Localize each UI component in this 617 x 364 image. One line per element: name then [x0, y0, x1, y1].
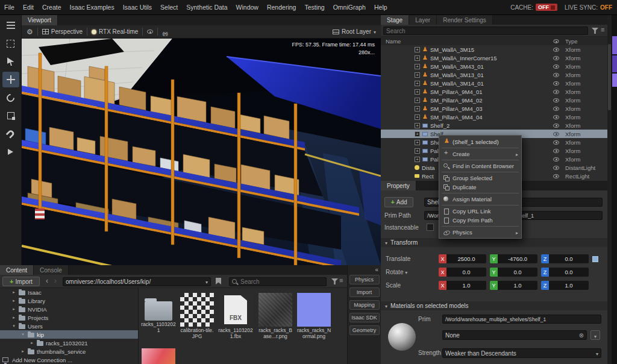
stage-tab-render-settings[interactable]: Render Settings [437, 15, 493, 25]
link-toggle[interactable] [592, 256, 598, 262]
renderer-selector[interactable]: RTX Real-time [92, 28, 138, 35]
content-tree-item-isaac[interactable]: ▸Isaac [0, 288, 138, 297]
instanceable-checkbox[interactable] [427, 224, 434, 231]
context-menu-item-duplicate[interactable]: Duplicate [439, 183, 521, 192]
side-tab-mapping[interactable]: Mapping [349, 300, 380, 310]
menu-testing[interactable]: Testing [300, 0, 328, 14]
menu-select[interactable]: Select [156, 0, 182, 14]
rotate-x-field[interactable]: 0.0 [446, 268, 486, 277]
expand-icon[interactable] [415, 55, 420, 61]
content-tree-item-racks-11032021[interactable]: ▸racks_11032021 [0, 339, 138, 347]
rotate-tool-button[interactable] [2, 90, 19, 105]
visibility-toggle[interactable] [553, 46, 559, 53]
expand-icon[interactable] [415, 72, 420, 78]
path-breadcrumb[interactable]: omniverse://localhost/Users/kip/ [63, 277, 211, 286]
translate-x-field[interactable]: 2500.0 [446, 254, 486, 263]
context-menu-item-physics[interactable]: Physics [439, 228, 521, 237]
stage-row[interactable]: ♟SM_WallA_InnerCorner15Xform [381, 54, 607, 62]
visibility-toggle[interactable] [553, 165, 559, 171]
content-tree-item-library[interactable]: ▸Library [0, 297, 138, 305]
camera-selector[interactable]: Perspective [42, 28, 83, 35]
translate-y-field[interactable]: -4760.0 [498, 254, 537, 263]
content-tab-console[interactable]: Console [34, 265, 69, 275]
context-menu-item-group-selected[interactable]: Group Selected [439, 174, 521, 183]
expand-icon[interactable] [415, 47, 420, 52]
visibility-toggle[interactable] [553, 122, 559, 129]
expand-icon[interactable] [415, 157, 420, 162]
menu-edit[interactable]: Edit [19, 0, 38, 14]
visibility-toggle[interactable] [553, 80, 559, 87]
stage-search-input[interactable] [383, 27, 588, 35]
menu-synthetic-data[interactable]: Synthetic Data [182, 0, 231, 14]
visibility-toggle[interactable] [553, 97, 559, 104]
bookmark-icon[interactable] [216, 278, 221, 284]
content-file-item[interactable]: calibration-tile.JPG [180, 293, 215, 340]
expand-icon[interactable] [415, 89, 420, 95]
options-icon[interactable]: ≡ [601, 27, 604, 33]
select-region-tool-button[interactable] [2, 36, 19, 51]
scale-x-field[interactable]: 1.0 [446, 281, 486, 290]
visibility-eye-icon[interactable] [147, 30, 153, 34]
column-name[interactable]: Name [386, 38, 401, 45]
menu-isaac-examples[interactable]: Isaac Examples [66, 0, 119, 14]
content-tree-item-nvidia[interactable]: ▸NVIDIA [0, 305, 138, 313]
expand-icon[interactable] [415, 123, 420, 128]
rotate-z-field[interactable]: 0.0 [549, 268, 589, 277]
expand-icon[interactable] [415, 131, 420, 137]
side-tab-geometry[interactable]: Geometry [349, 325, 380, 335]
content-tree-item-projects[interactable]: ▸Projects [0, 313, 138, 322]
filter-icon[interactable] [331, 278, 338, 284]
caret-right-icon[interactable]: ▸ [11, 307, 16, 312]
caret-right-icon[interactable]: ▸ [20, 349, 25, 354]
stage-row[interactable]: ♟SM_PillarA_9M4_02Xform [381, 96, 607, 104]
side-tab-import[interactable]: Import [349, 287, 380, 297]
scrollbar-thumb[interactable] [608, 44, 611, 110]
visibility-toggle[interactable] [553, 72, 559, 78]
pointer-tool-button[interactable] [2, 54, 19, 69]
context-menu-item-find-in-content-browser[interactable]: Find in Content Browser [439, 162, 521, 171]
import-button[interactable]: Import [2, 277, 40, 286]
root-layer-selector[interactable]: Root Layer [333, 28, 376, 35]
content-tree-item-users[interactable]: ▾Users [0, 322, 138, 330]
viewport-3d-scene[interactable]: FPS: 57.35. Frame time: 17.44 ms 280x... [22, 39, 381, 265]
expand-icon[interactable] [415, 98, 420, 103]
content-file-item[interactable]: racks_racks_Base...r.png [258, 293, 293, 340]
context-menu-item-assign-material[interactable]: Assign Material [439, 195, 521, 204]
add-property-button[interactable]: Add [384, 197, 413, 207]
scale-tool-button[interactable] [2, 108, 19, 124]
stage-row[interactable]: ♟SM_PillarA_9M4_04Xform [381, 113, 607, 121]
menu-window[interactable]: Window [232, 0, 263, 14]
content-search-field[interactable]: Search [229, 277, 327, 286]
snap-tool-button[interactable] [2, 126, 19, 142]
stage-row[interactable]: ♟SM_PillarA_9M4_03Xform [381, 104, 607, 113]
caret-right-icon[interactable]: ▸ [11, 315, 16, 320]
context-menu-item-copy-url-link[interactable]: Copy URL Link [439, 207, 521, 216]
move-tool-button[interactable] [2, 72, 19, 87]
visibility-toggle[interactable] [553, 131, 559, 137]
visibility-toggle[interactable] [553, 156, 559, 163]
view-options-icon[interactable]: ≡ [339, 277, 343, 284]
content-tree-item-add-new-connection-[interactable]: Add New Connection ... [0, 356, 138, 364]
stage-tab-stage[interactable]: Stage [381, 15, 409, 25]
visibility-toggle[interactable] [553, 63, 559, 70]
stage-row[interactable]: ♟SM_WallA_3M43_01Xform [381, 62, 607, 71]
content-tab-content[interactable]: Content [0, 265, 34, 275]
stage-row[interactable]: ♟SM_WallA_3M13_01Xform [381, 71, 607, 79]
caret-right-icon[interactable]: ▸ [30, 340, 34, 345]
menu-isaac-utils[interactable]: Isaac Utils [119, 0, 156, 14]
cache-toggle[interactable]: OFF [536, 4, 557, 11]
rotate-y-field[interactable]: 0.0 [498, 268, 537, 277]
audio-icon[interactable] [162, 27, 167, 37]
visibility-toggle[interactable] [553, 114, 559, 121]
caret-right-icon[interactable]: ▸ [11, 298, 16, 303]
menu-omnigraph[interactable]: OmniGraph [329, 0, 370, 14]
expand-icon[interactable] [415, 81, 420, 86]
materials-section-header[interactable]: Materials on selected models [381, 301, 607, 310]
expand-icon[interactable] [415, 106, 420, 111]
rotate-label[interactable]: Rotate [386, 269, 407, 275]
content-file-item[interactable]: racks_racks_Normal.png [296, 293, 331, 340]
expand-icon[interactable] [415, 115, 420, 120]
filter-icon[interactable] [592, 28, 598, 34]
tab-property[interactable]: Property [381, 181, 416, 190]
menu-tool-button[interactable] [2, 17, 19, 33]
